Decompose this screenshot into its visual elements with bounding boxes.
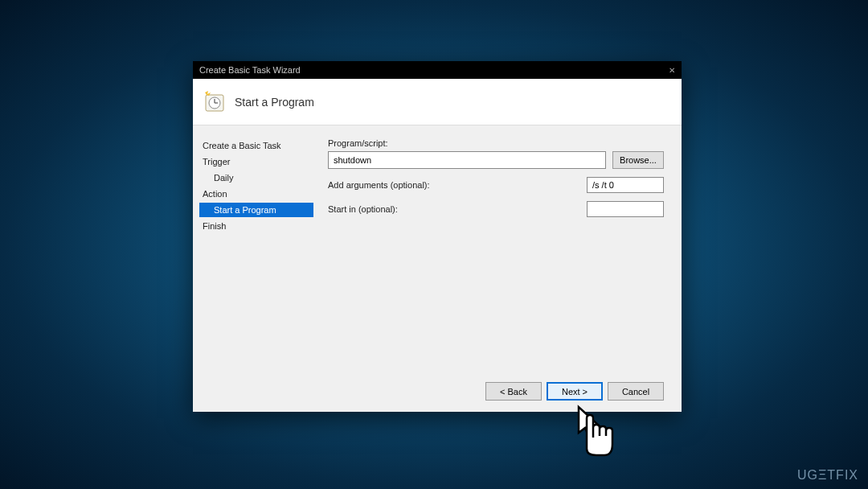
next-button[interactable]: Next >: [547, 382, 603, 401]
start-in-label: Start in (optional):: [328, 204, 398, 214]
wizard-steps: Create a Basic Task Trigger Daily Action…: [199, 138, 313, 374]
program-script-input[interactable]: [328, 151, 606, 169]
browse-button[interactable]: Browse...: [612, 151, 664, 169]
wizard-window: Create Basic Task Wizard ✕ Start a Progr…: [193, 61, 682, 412]
add-arguments-input[interactable]: [587, 177, 664, 193]
window-title: Create Basic Task Wizard: [199, 65, 301, 75]
program-script-label: Program/script:: [328, 138, 664, 148]
watermark: UGΞTFIX: [797, 468, 858, 483]
step-daily[interactable]: Daily: [199, 171, 313, 185]
cursor-icon: [572, 404, 620, 458]
start-in-input[interactable]: [587, 201, 664, 217]
back-button[interactable]: < Back: [485, 382, 542, 401]
wizard-form: Program/script: Browse... Add arguments …: [313, 138, 664, 374]
wizard-step-title: Start a Program: [235, 96, 314, 109]
step-trigger[interactable]: Trigger: [199, 154, 313, 169]
close-icon[interactable]: ✕: [669, 66, 675, 75]
step-create-basic-task[interactable]: Create a Basic Task: [199, 138, 313, 153]
titlebar: Create Basic Task Wizard ✕: [193, 61, 682, 79]
step-finish[interactable]: Finish: [199, 219, 313, 233]
add-arguments-label: Add arguments (optional):: [328, 180, 430, 190]
step-action[interactable]: Action: [199, 187, 313, 201]
step-start-a-program[interactable]: Start a Program: [199, 203, 313, 217]
wizard-icon: [203, 90, 227, 114]
wizard-header: Start a Program: [193, 79, 682, 125]
wizard-body: Create a Basic Task Trigger Daily Action…: [193, 125, 682, 374]
cancel-button[interactable]: Cancel: [608, 382, 664, 401]
